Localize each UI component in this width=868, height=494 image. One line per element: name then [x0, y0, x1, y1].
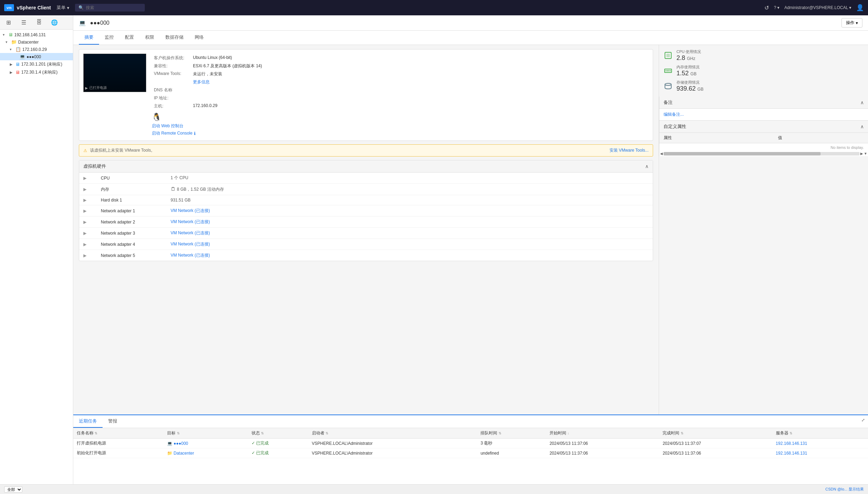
col-queue[interactable]: 排队时间 ⇅ [477, 428, 546, 439]
filter-select[interactable]: 全部 [4, 486, 22, 493]
net2-link[interactable]: VM Network (已连接) [171, 219, 210, 224]
col-server[interactable]: 服务器 ⇅ [772, 428, 868, 439]
search-area[interactable]: 🔍 [75, 4, 145, 12]
vm-screenshot[interactable]: ▶ 已打开电源 [83, 54, 146, 92]
scroll-right-icon[interactable]: ▶ [860, 152, 863, 155]
menu-button[interactable]: 菜单 ▾ [57, 5, 69, 11]
net3-link[interactable]: VM Network (已连接) [171, 230, 210, 235]
expand-btn[interactable]: ▶ [83, 176, 87, 181]
task-row: 初始化打开电源 📁 Datacenter ✓ 已完成 VSPHERE.LOCAL… [73, 448, 868, 458]
mem-stat-icon [663, 66, 673, 76]
col-task-name[interactable]: 任务名称 ⇅ [73, 428, 164, 439]
help-button[interactable]: ? ▾ [774, 5, 779, 10]
hw-value: VM Network (已连接) [166, 239, 653, 250]
col-initiator[interactable]: 启动者 ⇅ [308, 428, 477, 439]
more-info-link[interactable]: 更多信息 [193, 79, 210, 84]
storage-stat-info: 存储使用情况 939.62 GB [676, 80, 703, 92]
custom-attr-header[interactable]: 自定义属性 ∧ [659, 121, 868, 133]
expand-btn[interactable]: ▶ [83, 231, 87, 236]
sidebar-icon-storage[interactable]: 🗄 [33, 17, 45, 28]
avatar-icon[interactable]: 👤 [856, 4, 864, 12]
expand-btn[interactable]: ▶ [83, 187, 87, 192]
server-link[interactable]: 192.168.146.131 [776, 441, 807, 446]
tab-summary[interactable]: 摘要 [79, 31, 99, 45]
mem-stat-label: 内存使用情况 [676, 64, 699, 70]
cpu-stat-icon [663, 51, 673, 60]
scroll-left-icon[interactable]: ◀ [660, 152, 663, 155]
scrollbar-thumb [664, 152, 821, 155]
sort-icon: ⇅ [499, 431, 501, 435]
sidebar-item-vm[interactable]: 💻 ●●●000 [0, 53, 73, 60]
csdn-link[interactable]: CSDN @lo... 显示结果 [825, 487, 864, 492]
footer: 全部 CSDN @lo... 显示结果 [0, 484, 868, 494]
net5-link[interactable]: VM Network (已连接) [171, 253, 210, 258]
sidebar-icon-network[interactable]: 🌐 [49, 17, 60, 28]
col-target[interactable]: 目标 ⇅ [164, 428, 248, 439]
stat-storage: 存储使用情况 939.62 GB [663, 80, 732, 92]
notes-header[interactable]: 备注 ∧ [659, 97, 868, 109]
expand-icon: ▶ [10, 62, 14, 66]
server-link[interactable]: 192.168.146.131 [776, 451, 807, 456]
host-value: 172.160.0.29 [192, 102, 648, 110]
expand-icon: ▾ [3, 33, 7, 37]
task-target-link[interactable]: ●●●000 [174, 441, 188, 446]
remote-console-link[interactable]: 启动 Remote Console [152, 130, 193, 136]
col-start[interactable]: 开始时间 ↓ [546, 428, 659, 439]
col-complete[interactable]: 完成时间 ⇅ [659, 428, 772, 439]
sort-icon-active: ↓ [567, 431, 569, 435]
bottom-tab-tasks[interactable]: 近期任务 [73, 415, 103, 428]
edit-notes-link[interactable]: 编辑备注... [659, 109, 868, 120]
net4-link[interactable]: VM Network (已连接) [171, 242, 210, 246]
scrollbar-track[interactable] [664, 152, 860, 155]
refresh-icon[interactable]: ↺ [764, 5, 769, 11]
scroll-down-icon[interactable]: ▼ [864, 152, 867, 155]
task-initiator: VSPHERE.LOCAL\Administrator [308, 448, 477, 458]
os-value: Ubuntu Linux (64-bit) [192, 54, 648, 62]
net1-link[interactable]: VM Network (已连接) [171, 208, 210, 213]
expand-btn[interactable]: ▶ [83, 242, 87, 247]
tab-permissions[interactable]: 权限 [140, 31, 160, 45]
custom-attr-table: 属性 值 [659, 133, 868, 143]
sidebar-item-host1[interactable]: ▾ 🖥 192.168.146.131 [0, 31, 73, 38]
svg-rect-4 [667, 70, 668, 71]
task-status: ✓ 已完成 [248, 448, 308, 458]
sidebar-item-datacenter[interactable]: ▾ 📁 Datacenter [0, 38, 73, 46]
sidebar-item-label: Datacenter [18, 40, 39, 45]
tab-config[interactable]: 配置 [119, 31, 140, 45]
expand-btn[interactable]: ▶ [83, 208, 87, 213]
tab-storage[interactable]: 数据存储 [160, 31, 189, 45]
expand-btn[interactable]: ▶ [83, 253, 87, 258]
hw-value: 🗒8 GB，1.52 GB 活动内存 [166, 184, 653, 195]
hw-name: Network adapter 1 [97, 205, 166, 216]
hw-row-net5: ▶ Network adapter 5 VM Network (已连接) [79, 250, 653, 261]
task-target-link[interactable]: Datacenter [174, 451, 194, 456]
search-input[interactable] [86, 5, 135, 10]
cpu-stat-value: 2.8 GHz [676, 54, 701, 62]
sidebar-item-host2[interactable]: ▶ 🖥 172.30.1.201 (未响应) [0, 60, 73, 68]
svg-rect-3 [666, 70, 666, 71]
hardware-section-header[interactable]: 虚拟机硬件 ∧ [79, 160, 653, 173]
action-button[interactable]: 操作 ▾ [841, 18, 862, 28]
tab-monitor[interactable]: 监控 [99, 31, 119, 45]
vm-tree-icon: 💻 [20, 54, 25, 59]
tab-network[interactable]: 网络 [189, 31, 209, 45]
user-info[interactable]: Administrator@VSPHERE.LOCAL ▾ [784, 5, 851, 10]
sidebar-item-host3[interactable]: ▶ 🖥 172.30.1.4 (未响应) [0, 68, 73, 76]
expand-icon: ▾ [6, 40, 10, 44]
sort-icon: ⇅ [326, 431, 328, 435]
sidebar-item-cluster[interactable]: ▾ 📋 172.160.0.29 [0, 46, 73, 53]
web-console-link[interactable]: 启动 Web 控制台 [152, 123, 649, 129]
hardware-table: ▶ CPU 1 个 CPU ▶ 内存 🗒8 GB，1.52 GB 活动内存 [79, 173, 653, 261]
install-vmtools-link[interactable]: 安装 VMware Tools... [609, 147, 649, 153]
hw-name: CPU [97, 173, 166, 184]
compat-value: ESXi 6.7 及更高版本 (虚拟机版本 14) [192, 62, 648, 70]
expand-btn[interactable]: ▶ [83, 220, 87, 225]
expand-bottom-btn[interactable]: ⤢ [858, 415, 868, 425]
sidebar-icon-grid[interactable]: ⊞ [3, 17, 14, 28]
task-initiator: VSPHERE.LOCAL\Administrator [308, 439, 477, 448]
bottom-tab-alerts[interactable]: 警报 [103, 415, 123, 428]
expand-btn[interactable]: ▶ [83, 198, 87, 203]
sidebar-icon-list[interactable]: ☰ [18, 17, 29, 28]
hw-row-net1: ▶ Network adapter 1 VM Network (已连接) [79, 205, 653, 216]
col-status[interactable]: 状态 ⇅ [248, 428, 308, 439]
